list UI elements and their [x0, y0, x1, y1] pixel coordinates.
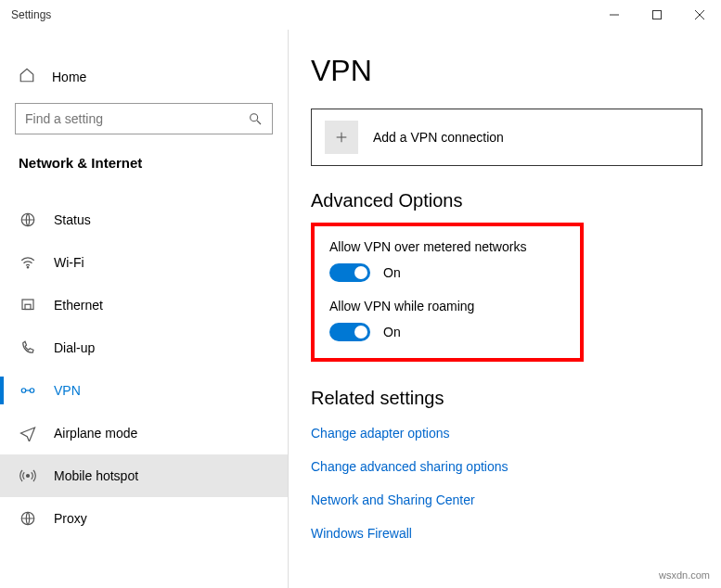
toggle-row-metered: On	[329, 263, 565, 282]
status-icon	[19, 211, 37, 228]
sidebar-home-label: Home	[52, 70, 86, 84]
titlebar: Settings	[0, 0, 721, 30]
dialup-icon	[19, 339, 37, 356]
airplane-icon	[19, 425, 37, 441]
svg-line-5	[257, 121, 261, 124]
search-icon	[248, 111, 263, 129]
link-windows-firewall[interactable]: Windows Firewall	[311, 526, 702, 541]
proxy-icon	[19, 510, 37, 527]
link-adapter-options[interactable]: Change adapter options	[311, 426, 702, 441]
sidebar-item-label: Wi-Fi	[54, 255, 84, 270]
toggle-roaming-state: On	[383, 325, 401, 339]
ethernet-icon	[19, 297, 37, 313]
toggle-row-roaming: On	[329, 323, 565, 341]
related-settings-heading: Related settings	[311, 388, 702, 409]
svg-point-7	[27, 267, 29, 269]
sidebar-item-label: Mobile hotspot	[54, 468, 138, 483]
maximize-button[interactable]	[636, 0, 678, 30]
page-title: VPN	[311, 54, 702, 88]
related-settings: Related settings Change adapter options …	[311, 388, 702, 541]
advanced-options-heading: Advanced Options	[311, 190, 702, 211]
hotspot-icon	[19, 467, 37, 484]
svg-point-13	[27, 475, 30, 478]
sidebar-item-airplane[interactable]: Airplane mode	[0, 412, 288, 454]
vpn-icon	[19, 382, 37, 399]
sidebar-item-label: Ethernet	[54, 298, 103, 313]
svg-rect-9	[25, 304, 31, 309]
svg-point-10	[21, 389, 26, 393]
search-input[interactable]	[15, 103, 273, 134]
main-content: VPN Add a VPN connection Advanced Option…	[288, 30, 721, 588]
svg-point-11	[30, 389, 34, 393]
option-label-metered: Allow VPN over metered networks	[329, 239, 565, 254]
sidebar-item-wifi[interactable]: Wi-Fi	[0, 241, 288, 284]
sidebar-item-label: Proxy	[54, 511, 87, 526]
link-network-center[interactable]: Network and Sharing Center	[311, 492, 702, 507]
sidebar-item-dialup[interactable]: Dial-up	[0, 326, 288, 369]
link-sharing-options[interactable]: Change advanced sharing options	[311, 459, 702, 474]
sidebar-section-label: Network & Internet	[0, 147, 288, 184]
sidebar-item-label: VPN	[54, 383, 81, 398]
sidebar-home[interactable]: Home	[0, 58, 288, 96]
wifi-icon	[19, 254, 37, 271]
sidebar: Home Network & Internet Status	[0, 30, 288, 588]
home-icon	[19, 67, 35, 86]
app-body: Home Network & Internet Status	[0, 30, 721, 588]
sidebar-item-hotspot[interactable]: Mobile hotspot	[0, 454, 288, 497]
svg-rect-1	[653, 11, 662, 19]
toggle-metered[interactable]	[329, 263, 370, 282]
option-label-roaming: Allow VPN while roaming	[329, 299, 565, 313]
sidebar-item-ethernet[interactable]: Ethernet	[0, 284, 288, 326]
add-vpn-label: Add a VPN connection	[373, 130, 504, 145]
svg-point-4	[251, 114, 258, 121]
sidebar-item-status[interactable]: Status	[0, 198, 288, 241]
toggle-metered-state: On	[383, 265, 401, 280]
sidebar-item-label: Airplane mode	[54, 426, 137, 441]
close-button[interactable]	[678, 0, 721, 30]
window-title: Settings	[11, 8, 51, 21]
sidebar-item-label: Dial-up	[54, 340, 95, 355]
sidebar-nav: Status Wi-Fi Ethernet Dial-up	[0, 198, 288, 540]
minimize-button[interactable]	[593, 0, 636, 30]
advanced-options-box: Allow VPN over metered networks On Allow…	[311, 223, 584, 362]
add-vpn-connection[interactable]: Add a VPN connection	[311, 109, 702, 166]
watermark: wsxdn.com	[659, 569, 710, 581]
sidebar-item-label: Status	[54, 212, 91, 227]
toggle-roaming[interactable]	[329, 323, 370, 341]
sidebar-item-vpn[interactable]: VPN	[0, 369, 288, 412]
search-field[interactable]	[25, 111, 263, 126]
window-controls	[593, 0, 721, 30]
sidebar-item-proxy[interactable]: Proxy	[0, 497, 288, 540]
search-wrap	[0, 96, 288, 147]
plus-icon	[325, 121, 358, 154]
